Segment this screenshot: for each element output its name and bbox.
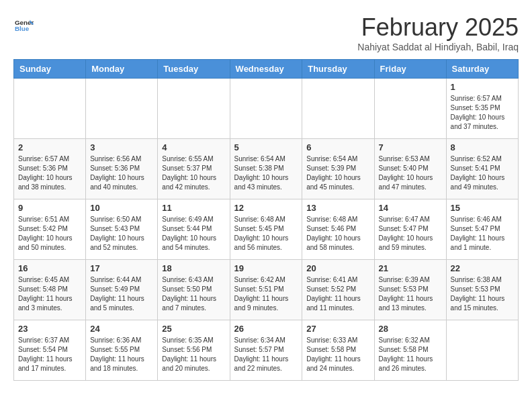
calendar-cell: 22Sunrise: 6:38 AM Sunset: 5:53 PM Dayli…: [446, 260, 518, 320]
calendar-cell: [230, 79, 302, 139]
week-row-3: 16Sunrise: 6:45 AM Sunset: 5:48 PM Dayli…: [14, 260, 519, 320]
day-info: Sunrise: 6:54 AM Sunset: 5:39 PM Dayligh…: [306, 154, 369, 192]
calendar-cell: 21Sunrise: 6:39 AM Sunset: 5:53 PM Dayli…: [374, 260, 446, 320]
day-info: Sunrise: 6:35 AM Sunset: 5:56 PM Dayligh…: [162, 336, 225, 373]
weekday-header-sunday: Sunday: [14, 60, 86, 79]
day-number: 12: [234, 203, 298, 213]
day-number: 20: [306, 263, 369, 273]
week-row-0: 1Sunrise: 6:57 AM Sunset: 5:35 PM Daylig…: [14, 79, 519, 139]
calendar-cell: 1Sunrise: 6:57 AM Sunset: 5:35 PM Daylig…: [446, 79, 518, 139]
weekday-header-wednesday: Wednesday: [230, 60, 302, 79]
day-info: Sunrise: 6:51 AM Sunset: 5:42 PM Dayligh…: [18, 215, 81, 253]
week-row-1: 2Sunrise: 6:57 AM Sunset: 5:36 PM Daylig…: [14, 139, 519, 199]
day-number: 6: [306, 142, 369, 152]
calendar-subtitle: Nahiyat Saddat al Hindiyah, Babil, Iraq: [357, 42, 519, 52]
calendar-cell: 23Sunrise: 6:37 AM Sunset: 5:54 PM Dayli…: [14, 320, 86, 381]
day-info: Sunrise: 6:44 AM Sunset: 5:49 PM Dayligh…: [90, 275, 153, 313]
day-number: 1: [451, 82, 514, 92]
day-info: Sunrise: 6:42 AM Sunset: 5:51 PM Dayligh…: [234, 275, 298, 313]
calendar-cell: 2Sunrise: 6:57 AM Sunset: 5:36 PM Daylig…: [14, 139, 86, 199]
calendar-table: SundayMondayTuesdayWednesdayThursdayFrid…: [13, 59, 519, 381]
day-info: Sunrise: 6:32 AM Sunset: 5:58 PM Dayligh…: [379, 336, 442, 373]
calendar-cell: 25Sunrise: 6:35 AM Sunset: 5:56 PM Dayli…: [158, 320, 230, 381]
calendar-cell: [86, 79, 158, 139]
day-info: Sunrise: 6:55 AM Sunset: 5:37 PM Dayligh…: [162, 154, 225, 192]
calendar-cell: 19Sunrise: 6:42 AM Sunset: 5:51 PM Dayli…: [230, 260, 302, 320]
weekday-header-thursday: Thursday: [302, 60, 374, 79]
logo-icon: General Blue: [15, 16, 34, 35]
calendar-title: February 2025: [357, 13, 519, 42]
calendar-cell: 17Sunrise: 6:44 AM Sunset: 5:49 PM Dayli…: [86, 260, 158, 320]
calendar-cell: 8Sunrise: 6:52 AM Sunset: 5:41 PM Daylig…: [446, 139, 518, 199]
calendar-cell: 4Sunrise: 6:55 AM Sunset: 5:37 PM Daylig…: [158, 139, 230, 199]
day-number: 26: [234, 324, 298, 334]
calendar-cell: 14Sunrise: 6:47 AM Sunset: 5:47 PM Dayli…: [374, 199, 446, 260]
day-number: 9: [18, 203, 81, 213]
day-info: Sunrise: 6:56 AM Sunset: 5:36 PM Dayligh…: [90, 154, 153, 192]
day-info: Sunrise: 6:49 AM Sunset: 5:44 PM Dayligh…: [162, 215, 225, 253]
weekday-header-tuesday: Tuesday: [158, 60, 230, 79]
calendar-cell: 24Sunrise: 6:36 AM Sunset: 5:55 PM Dayli…: [86, 320, 158, 381]
calendar-cell: 3Sunrise: 6:56 AM Sunset: 5:36 PM Daylig…: [86, 139, 158, 199]
calendar-cell: 12Sunrise: 6:48 AM Sunset: 5:45 PM Dayli…: [230, 199, 302, 260]
day-number: 15: [451, 203, 514, 213]
day-number: 21: [379, 263, 442, 273]
calendar-cell: 16Sunrise: 6:45 AM Sunset: 5:48 PM Dayli…: [14, 260, 86, 320]
calendar-cell: 28Sunrise: 6:32 AM Sunset: 5:58 PM Dayli…: [374, 320, 446, 381]
calendar-cell: [14, 79, 86, 139]
day-number: 25: [162, 324, 225, 334]
day-info: Sunrise: 6:57 AM Sunset: 5:35 PM Dayligh…: [451, 94, 514, 132]
day-info: Sunrise: 6:33 AM Sunset: 5:58 PM Dayligh…: [306, 336, 369, 373]
day-info: Sunrise: 6:46 AM Sunset: 5:47 PM Dayligh…: [451, 215, 514, 253]
day-number: 5: [234, 142, 298, 152]
day-info: Sunrise: 6:57 AM Sunset: 5:36 PM Dayligh…: [18, 154, 81, 192]
day-number: 4: [162, 142, 225, 152]
day-number: 13: [306, 203, 369, 213]
svg-text:Blue: Blue: [15, 25, 30, 32]
calendar-cell: 13Sunrise: 6:48 AM Sunset: 5:46 PM Dayli…: [302, 199, 374, 260]
weekday-header-saturday: Saturday: [446, 60, 518, 79]
day-info: Sunrise: 6:50 AM Sunset: 5:43 PM Dayligh…: [90, 215, 153, 253]
calendar-cell: [158, 79, 230, 139]
day-number: 3: [90, 142, 153, 152]
day-number: 18: [162, 263, 225, 273]
day-info: Sunrise: 6:47 AM Sunset: 5:47 PM Dayligh…: [379, 215, 442, 253]
day-info: Sunrise: 6:53 AM Sunset: 5:40 PM Dayligh…: [379, 154, 442, 192]
day-number: 14: [379, 203, 442, 213]
calendar-cell: 20Sunrise: 6:41 AM Sunset: 5:52 PM Dayli…: [302, 260, 374, 320]
calendar-cell: 5Sunrise: 6:54 AM Sunset: 5:38 PM Daylig…: [230, 139, 302, 199]
day-number: 24: [90, 324, 153, 334]
day-number: 11: [162, 203, 225, 213]
calendar-cell: 7Sunrise: 6:53 AM Sunset: 5:40 PM Daylig…: [374, 139, 446, 199]
calendar-cell: 10Sunrise: 6:50 AM Sunset: 5:43 PM Dayli…: [86, 199, 158, 260]
day-info: Sunrise: 6:52 AM Sunset: 5:41 PM Dayligh…: [451, 154, 514, 192]
day-number: 22: [451, 263, 514, 273]
day-number: 17: [90, 263, 153, 273]
day-number: 7: [379, 142, 442, 152]
day-info: Sunrise: 6:41 AM Sunset: 5:52 PM Dayligh…: [306, 275, 369, 313]
day-info: Sunrise: 6:38 AM Sunset: 5:53 PM Dayligh…: [451, 275, 514, 313]
calendar-cell: 26Sunrise: 6:34 AM Sunset: 5:57 PM Dayli…: [230, 320, 302, 381]
day-info: Sunrise: 6:48 AM Sunset: 5:45 PM Dayligh…: [234, 215, 298, 253]
day-number: 27: [306, 324, 369, 334]
day-number: 16: [18, 263, 81, 273]
calendar-cell: 27Sunrise: 6:33 AM Sunset: 5:58 PM Dayli…: [302, 320, 374, 381]
day-info: Sunrise: 6:36 AM Sunset: 5:55 PM Dayligh…: [90, 336, 153, 373]
day-info: Sunrise: 6:45 AM Sunset: 5:48 PM Dayligh…: [18, 275, 81, 313]
calendar-cell: [302, 79, 374, 139]
day-info: Sunrise: 6:54 AM Sunset: 5:38 PM Dayligh…: [234, 154, 298, 192]
day-number: 23: [18, 324, 81, 334]
calendar-cell: 9Sunrise: 6:51 AM Sunset: 5:42 PM Daylig…: [14, 199, 86, 260]
day-number: 2: [18, 142, 81, 152]
weekday-header-row: SundayMondayTuesdayWednesdayThursdayFrid…: [14, 60, 519, 79]
calendar-cell: 15Sunrise: 6:46 AM Sunset: 5:47 PM Dayli…: [446, 199, 518, 260]
calendar-cell: [446, 320, 518, 381]
logo: General Blue: [13, 16, 34, 38]
week-row-2: 9Sunrise: 6:51 AM Sunset: 5:42 PM Daylig…: [14, 199, 519, 260]
calendar-cell: [374, 79, 446, 139]
calendar-cell: 18Sunrise: 6:43 AM Sunset: 5:50 PM Dayli…: [158, 260, 230, 320]
day-info: Sunrise: 6:37 AM Sunset: 5:54 PM Dayligh…: [18, 336, 81, 373]
day-info: Sunrise: 6:34 AM Sunset: 5:57 PM Dayligh…: [234, 336, 298, 373]
calendar-cell: 6Sunrise: 6:54 AM Sunset: 5:39 PM Daylig…: [302, 139, 374, 199]
week-row-4: 23Sunrise: 6:37 AM Sunset: 5:54 PM Dayli…: [14, 320, 519, 381]
